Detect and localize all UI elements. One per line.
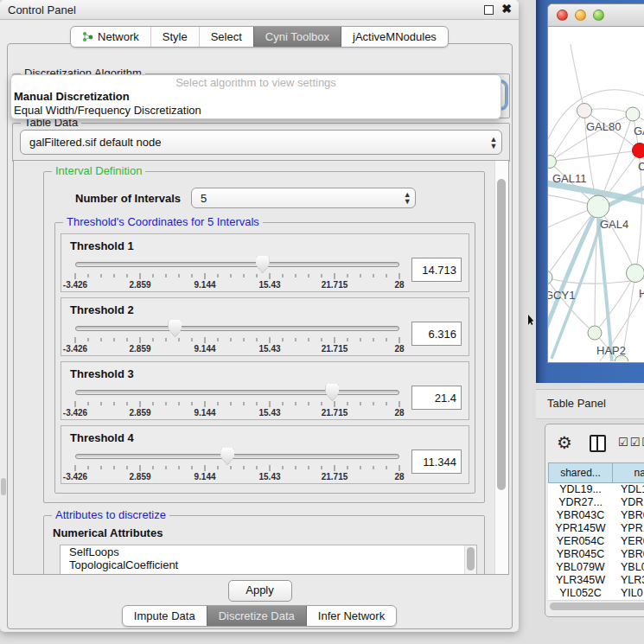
close-icon[interactable]: ✖ — [501, 2, 512, 16]
network-node[interactable] — [548, 156, 557, 169]
table-row[interactable]: YER054CYER0 — [548, 535, 644, 548]
table-horizontal-scrollbar[interactable] — [548, 600, 644, 612]
numerical-attributes-label: Numerical Attributes — [53, 526, 477, 539]
slider-ticks — [75, 337, 399, 344]
table-row[interactable]: YBR043CYBR0 — [548, 509, 644, 522]
threshold-1-box: Threshold 1 -3.4262.8599.14415.4321.7152… — [61, 233, 469, 292]
slider-track[interactable] — [75, 390, 399, 395]
slider-thumb[interactable] — [256, 256, 270, 273]
table-row[interactable]: YBR045CYBR0 — [548, 548, 644, 561]
list-scrollbar[interactable] — [464, 545, 476, 575]
left-scrollbar-thumb[interactable] — [1, 478, 6, 495]
threshold-label: Threshold 1 — [70, 239, 462, 252]
table-row[interactable]: YDR27...YDR2 — [548, 496, 644, 509]
slider-track[interactable] — [75, 326, 399, 331]
threshold-4-slider[interactable]: -3.4262.8599.14415.4321.71528 — [73, 448, 401, 482]
table-panel-header: Table Panel — [536, 389, 644, 419]
tab-group: Network Style Select Cyni Toolbox jActiv… — [70, 26, 449, 48]
threshold-2-slider[interactable]: -3.4262.8599.14415.4321.71528 — [73, 320, 401, 354]
thresholds-group: Threshold's Coordinates for 5 Intervals … — [54, 222, 475, 494]
group-title: Threshold's Coordinates for 5 Intervals — [63, 215, 263, 228]
network-node[interactable] — [548, 271, 552, 284]
split-view-icon[interactable] — [590, 435, 606, 452]
combo-value: 5 — [192, 192, 399, 205]
tab-label: jActiveMNodules — [353, 30, 437, 43]
list-item[interactable]: TopologicalCoefficient — [61, 558, 476, 571]
menu-item-equal-width-frequency[interactable]: Equal Width/Frequency Discretization — [11, 104, 501, 118]
slider-thumb[interactable] — [168, 320, 182, 337]
threshold-2-value-field[interactable]: 6.316 — [411, 322, 462, 346]
network-canvas[interactable]: GAL80GACGAL11GAL4GCY1HHAP2 — [548, 27, 644, 361]
network-node[interactable] — [633, 143, 644, 158]
tab-select[interactable]: Select — [199, 27, 253, 47]
network-view-frame: GAL80GACGAL11GAL4GCY1HHAP2 — [536, 0, 644, 383]
tab-cyni-toolbox[interactable]: Cyni Toolbox — [253, 27, 341, 47]
threshold-label: Threshold 4 — [70, 431, 462, 444]
slider-thumb[interactable] — [220, 448, 234, 465]
tab-label: Impute Data — [134, 609, 195, 622]
threshold-label: Threshold 2 — [70, 303, 462, 316]
threshold-3-value-field[interactable]: 21.4 — [411, 386, 462, 410]
threshold-3-slider[interactable]: -3.4262.8599.14415.4321.71528 — [73, 384, 401, 418]
tab-discretize-data[interactable]: Discretize Data — [207, 606, 306, 626]
tab-impute-data[interactable]: Impute Data — [123, 606, 207, 626]
number-of-intervals-combobox[interactable]: 5 ▲▼ — [191, 188, 416, 208]
numerical-attributes-list[interactable]: SelfLoopsTopologicalCoefficientBetweenne… — [60, 545, 477, 575]
settings-vertical-scrollbar[interactable] — [494, 161, 508, 574]
tab-label: Select — [211, 30, 242, 43]
scrollbar-thumb[interactable] — [497, 179, 506, 490]
list-item[interactable]: SelfLoops — [61, 545, 476, 558]
table-row[interactable]: YPR145WYPR1 — [548, 522, 644, 535]
apply-button[interactable]: Apply — [228, 580, 292, 602]
table-toolbar: ⚙ ☑☑☑ — [545, 424, 644, 461]
network-node[interactable] — [627, 265, 644, 283]
zoom-traffic-light[interactable] — [593, 10, 604, 21]
threshold-1-slider[interactable]: -3.4262.8599.14415.4321.71528 — [73, 256, 401, 290]
column-header-name[interactable]: name — [613, 462, 644, 483]
list-item[interactable]: BetweennessCentrality — [61, 571, 476, 575]
tab-group: Impute Data Discretize Data Infer Networ… — [122, 605, 397, 627]
tab-jactivemnodules[interactable]: jActiveMNodules — [341, 27, 448, 47]
slider-track[interactable] — [75, 454, 399, 459]
settings-content: Interval Definition Number of Intervals … — [14, 161, 495, 574]
settings-scroll-area: Interval Definition Number of Intervals … — [13, 160, 509, 575]
table-panel-window: ⚙ ☑☑☑ shared... name YDL19...YDL1YDR27..… — [545, 424, 644, 617]
number-of-intervals-row: Number of Intervals 5 ▲▼ — [75, 188, 477, 208]
close-traffic-light[interactable] — [557, 10, 568, 21]
table-row[interactable]: YLR345WYLR3 — [548, 574, 644, 587]
tab-label: Network — [98, 30, 139, 43]
network-node[interactable] — [588, 326, 602, 340]
node-table: shared... name YDL19...YDL1YDR27...YDR2Y… — [548, 462, 644, 612]
minimize-traffic-light[interactable] — [575, 10, 586, 21]
slider-tick-labels: -3.4262.8599.14415.4321.71528 — [75, 280, 399, 290]
menu-item-manual-discretization[interactable]: Manual Discretization — [11, 90, 501, 104]
tab-infer-network[interactable]: Infer Network — [306, 606, 396, 626]
threshold-3-box: Threshold 3 -3.4262.8599.14415.4321.7152… — [61, 361, 469, 420]
network-node[interactable] — [577, 104, 592, 118]
network-nodes[interactable]: GAL80GACGAL11GAL4GCY1HHAP2 — [548, 104, 644, 362]
tab-network[interactable]: Network — [71, 27, 150, 47]
node-label: C — [638, 160, 644, 173]
table-row[interactable]: YBL079WYBL0 — [548, 561, 644, 574]
network-node[interactable] — [626, 107, 640, 121]
attributes-group: Attributes to discretize Numerical Attri… — [43, 515, 485, 575]
slider-thumb[interactable] — [325, 384, 339, 401]
tab-style[interactable]: Style — [150, 27, 199, 47]
select-columns-icons[interactable]: ☑☑☑ — [618, 436, 644, 449]
threshold-4-value-field[interactable]: 11.344 — [411, 450, 462, 474]
threshold-1-value-field[interactable]: 14.713 — [411, 258, 462, 282]
column-header-shared-name[interactable]: shared... — [548, 462, 613, 483]
table-rows: YDL19...YDL1YDR27...YDR2YBR043CYBR0YPR14… — [548, 483, 644, 600]
scrollbar-thumb[interactable] — [550, 603, 644, 610]
threshold-label: Threshold 3 — [70, 367, 462, 380]
slider-track[interactable] — [75, 262, 399, 267]
slider-ticks — [75, 465, 399, 472]
table-header-row: shared... name — [548, 462, 644, 483]
network-node[interactable] — [587, 195, 609, 218]
gear-icon[interactable]: ⚙ — [557, 432, 572, 453]
table-row[interactable]: YDL19...YDL1 — [548, 483, 644, 496]
float-window-icon[interactable] — [484, 5, 494, 15]
table-row[interactable]: YIL052CYIL0 — [548, 587, 644, 600]
table-data-combobox[interactable]: galFiltered.sif default node ▲▼ — [20, 130, 502, 155]
network-window-titlebar — [548, 4, 644, 27]
